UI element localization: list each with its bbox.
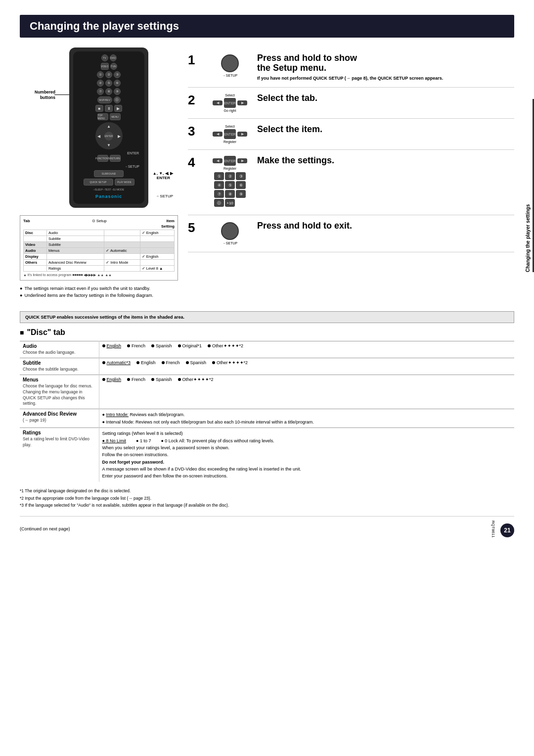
numpad-6[interactable]: ⑥ xyxy=(236,181,246,189)
step-4-right-btn[interactable]: ▶ xyxy=(237,158,247,163)
ratings-8no-limit: ● 8 No Limit xyxy=(102,437,126,444)
btn-0[interactable]: ⓪ xyxy=(114,96,121,103)
ratings-enter-password: Enter your password and then follow the … xyxy=(102,472,512,479)
btn-8[interactable]: ⑧ xyxy=(105,88,112,95)
step-2-left-btn[interactable]: ◀ xyxy=(213,100,222,105)
adr-desc: (→ page 19) xyxy=(23,418,96,424)
page-number: 21 xyxy=(504,527,510,534)
btn-6[interactable]: ⑥ xyxy=(114,80,121,87)
diagram-footnote: ▲ It's linked to access program ■■■■■ ◀▶… xyxy=(23,273,175,277)
step-3-title: Select the item. xyxy=(257,125,514,135)
numpad-1[interactable]: ① xyxy=(214,172,224,180)
btn-4[interactable]: ④ xyxy=(97,80,104,87)
adr-options-text: ● Intro Mode: Reviews each title/program… xyxy=(102,411,512,425)
ratings-row: Ratings Set a rating level to limit DVD-… xyxy=(20,428,514,482)
dvd-btn[interactable]: DVD xyxy=(110,54,117,61)
misc-btn1[interactable]: SKIP/REV xyxy=(97,96,112,103)
numpad-8[interactable]: ⑧ xyxy=(225,190,235,198)
nav-enter[interactable]: ENTER xyxy=(104,132,113,141)
quick-setup-btn[interactable]: QUICK SETUP xyxy=(84,179,113,186)
btn-3[interactable]: ③ xyxy=(114,71,121,78)
numpad-5[interactable]: ⑤ xyxy=(225,181,235,189)
functions-btn[interactable]: FUNCTIONS xyxy=(97,155,108,162)
diag-col-ratings: Ratings xyxy=(46,266,104,272)
numpad-3[interactable]: ③ xyxy=(236,172,246,180)
step-2-enter-btn[interactable]: ENTER xyxy=(224,98,236,108)
diagram-row-subtitle: Subtitle xyxy=(24,236,175,242)
numpad-0[interactable]: ⓪ xyxy=(214,199,224,207)
play-mode-btn[interactable]: PLAY MODE xyxy=(115,179,134,186)
numpad-2[interactable]: ② xyxy=(225,172,235,180)
step-3-buttons: ◀ ENTER ▶ xyxy=(212,129,248,139)
diag-tab-audio: Audio xyxy=(24,248,47,254)
step-5-button[interactable] xyxy=(221,222,239,240)
btn-9[interactable]: ⑨ xyxy=(114,88,121,95)
item-label: Item xyxy=(167,219,175,223)
diag-tab-disc: Disc xyxy=(24,230,47,236)
nav-left[interactable]: ◀ xyxy=(97,134,100,138)
btn-1[interactable]: ① xyxy=(97,71,104,78)
return-btn[interactable]: RETURN xyxy=(110,155,121,162)
btn-5[interactable]: ⑤ xyxy=(105,80,112,87)
audio-other: Other✦✦✦✦*2 xyxy=(208,343,243,348)
play-btn[interactable]: ▶ xyxy=(114,105,122,112)
ratings-options: Setting ratings (When level 8 is selecte… xyxy=(102,430,512,480)
title-text: Changing the player settings xyxy=(30,20,179,32)
subtitle-english: English xyxy=(136,360,156,365)
step-5-label: －SETUP xyxy=(222,241,237,246)
btn-2[interactable]: ② xyxy=(105,71,112,78)
menus-label-cell: Menus Choose the language for disc menus… xyxy=(20,375,99,409)
nav-up[interactable]: ▲ xyxy=(107,124,111,129)
menus-row: Menus Choose the language for disc menus… xyxy=(20,375,514,409)
step-4-left-btn[interactable]: ◀ xyxy=(213,158,222,163)
numpad-7[interactable]: ⑦ xyxy=(214,190,224,198)
video-btn[interactable]: VIDEO xyxy=(101,63,109,70)
diag-col-intro: ✓ Intro Mode xyxy=(104,260,140,266)
step-2-number: 2 xyxy=(188,94,203,106)
step-3-enter-btn[interactable]: ENTER xyxy=(224,129,236,139)
remote-volume-row: VIDEO TUN xyxy=(76,63,141,70)
bullet-icon-2: ● xyxy=(20,292,22,299)
diagram-row-video: Video Subtitle xyxy=(24,242,175,248)
remote-num-row3: ⑦ ⑧ ⑨ xyxy=(76,88,141,95)
ratings-options-cell: Setting ratings (When level 8 is selecte… xyxy=(99,428,514,482)
tuner-btn[interactable]: TUN xyxy=(110,63,117,70)
surround-btn[interactable]: SURROUND xyxy=(94,170,124,177)
diag-tab-display: Display xyxy=(24,254,47,260)
menu-btn[interactable]: MENU xyxy=(110,113,121,120)
nav-down[interactable]: ▼ xyxy=(107,143,111,147)
page-code: RQT8611 xyxy=(491,520,495,538)
step-4-enter-btn[interactable]: ENTER xyxy=(224,156,236,166)
step-3-number: 3 xyxy=(188,125,203,138)
step-3-left-btn[interactable]: ◀ xyxy=(213,132,222,137)
bullet-2: ● Underlined items are the factory setti… xyxy=(20,292,178,299)
step-2-right-btn[interactable]: ▶ xyxy=(237,100,247,105)
diag-col-english2: ✓ English xyxy=(140,254,174,260)
numpad-10[interactable]: +10 xyxy=(225,199,235,207)
pause-btn[interactable]: ⏸ xyxy=(105,105,113,112)
btn-7[interactable]: ⑦ xyxy=(97,88,104,95)
numpad-4[interactable]: ④ xyxy=(214,181,224,189)
step-1-icon: －SETUP xyxy=(210,53,250,78)
diagram-row-others: Others Advanced Disc Review ✓ Intro Mode xyxy=(24,260,175,266)
step-3-right-btn[interactable]: ▶ xyxy=(237,132,247,137)
numpad-9[interactable]: ⑨ xyxy=(236,190,246,198)
step-1-line1: Press and hold to show xyxy=(257,53,357,63)
top-menu-btn[interactable]: TOP MENU xyxy=(97,113,108,120)
diagram-labels-row: Tab ⊙ Setup Item xyxy=(23,219,175,223)
ratings-title: Ratings xyxy=(23,430,96,435)
nav-right[interactable]: ▶ xyxy=(118,134,121,138)
tv-btn[interactable]: TV xyxy=(101,54,108,61)
step-3-register-label: Register xyxy=(223,140,236,143)
menus-bullet-1 xyxy=(102,378,105,381)
step-1-button[interactable] xyxy=(221,54,239,72)
step-3-icon: Select ◀ ENTER ▶ Register xyxy=(210,125,250,143)
adr-intro-mode: ● Intro Mode: Reviews each title/program… xyxy=(102,411,512,418)
diag-col-blank10 xyxy=(104,266,140,272)
step-2-go-right-label: Go right xyxy=(224,109,236,112)
stop-btn[interactable]: ■ xyxy=(95,105,103,112)
menus-other-text: Other✦✦✦✦*2 xyxy=(182,377,214,382)
menus-french-text: French xyxy=(132,377,145,382)
menus-spanish: Spanish xyxy=(151,377,172,382)
disc-tab-title-text: "Disc" tab xyxy=(27,328,65,337)
